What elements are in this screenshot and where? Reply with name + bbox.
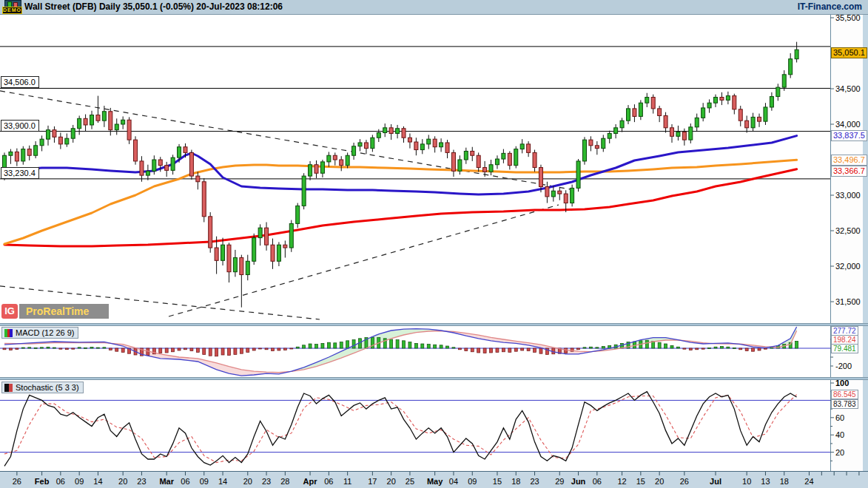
candle[interactable] — [221, 245, 225, 260]
trendline[interactable] — [0, 286, 320, 319]
candle[interactable] — [40, 139, 44, 146]
candle[interactable] — [146, 171, 149, 175]
sma-line[interactable] — [4, 136, 797, 194]
candle[interactable] — [602, 138, 605, 148]
candle[interactable] — [246, 261, 249, 274]
candle[interactable] — [764, 107, 767, 121]
candle[interactable] — [309, 165, 312, 176]
trendline[interactable] — [0, 91, 570, 189]
candle[interactable] — [582, 140, 586, 161]
candle[interactable] — [240, 257, 243, 274]
candle[interactable] — [707, 103, 711, 108]
candle[interactable] — [533, 152, 536, 167]
candle[interactable] — [283, 245, 287, 248]
candle[interactable] — [633, 109, 636, 117]
candle[interactable] — [302, 176, 306, 206]
candle[interactable] — [576, 161, 580, 188]
candle[interactable] — [489, 165, 493, 172]
stochastic-label-box[interactable]: Stochastic (5 3 3) — [1, 382, 84, 393]
candle[interactable] — [402, 129, 406, 138]
candle[interactable] — [782, 75, 786, 87]
candle[interactable] — [514, 149, 518, 166]
candle[interactable] — [90, 115, 94, 125]
candle[interactable] — [714, 98, 718, 104]
candle[interactable] — [502, 153, 505, 159]
candle[interactable] — [795, 50, 798, 58]
candle[interactable] — [789, 59, 793, 75]
candle[interactable] — [327, 155, 331, 162]
candle[interactable] — [396, 129, 400, 134]
candle[interactable] — [739, 109, 742, 121]
candle[interactable] — [377, 133, 380, 138]
candle[interactable] — [751, 117, 755, 127]
candle[interactable] — [34, 146, 38, 155]
candle[interactable] — [464, 151, 468, 160]
candle[interactable] — [21, 149, 25, 161]
candle[interactable] — [702, 108, 705, 118]
candle[interactable] — [627, 109, 630, 121]
candle[interactable] — [682, 132, 686, 140]
candle[interactable] — [71, 129, 75, 138]
candle[interactable] — [252, 238, 256, 262]
candle[interactable] — [258, 228, 262, 237]
candle[interactable] — [558, 191, 562, 194]
candle[interactable] — [676, 132, 680, 137]
candle[interactable] — [427, 139, 431, 144]
candle[interactable] — [178, 147, 181, 157]
candle[interactable] — [158, 160, 162, 166]
candle[interactable] — [277, 245, 280, 261]
candle[interactable] — [689, 127, 693, 140]
candle[interactable] — [733, 96, 736, 109]
candle[interactable] — [440, 143, 443, 147]
candle[interactable] — [233, 257, 237, 271]
candle[interactable] — [620, 121, 624, 128]
candle[interactable] — [564, 194, 568, 203]
candle[interactable] — [371, 138, 374, 148]
candle[interactable] — [776, 87, 780, 96]
candle[interactable] — [539, 168, 542, 187]
candle[interactable] — [189, 152, 193, 176]
candle[interactable] — [271, 245, 275, 261]
candle[interactable] — [614, 128, 618, 134]
candle[interactable] — [571, 188, 574, 203]
candle[interactable] — [171, 157, 175, 170]
candle[interactable] — [227, 245, 231, 271]
candle[interactable] — [15, 152, 18, 160]
candle[interactable] — [508, 153, 511, 165]
candle[interactable] — [65, 138, 69, 144]
candle[interactable] — [333, 155, 337, 160]
candle[interactable] — [53, 130, 56, 138]
candle[interactable] — [520, 144, 524, 149]
candle[interactable] — [215, 248, 218, 260]
candle[interactable] — [102, 112, 106, 121]
candle[interactable] — [658, 109, 662, 116]
candle[interactable] — [445, 143, 449, 152]
candle[interactable] — [96, 115, 100, 121]
candle[interactable] — [758, 117, 761, 121]
candle[interactable] — [695, 118, 699, 126]
candle[interactable] — [471, 151, 474, 155]
candle[interactable] — [383, 128, 387, 133]
candle[interactable] — [608, 133, 611, 138]
candle[interactable] — [78, 118, 81, 128]
candle[interactable] — [121, 120, 125, 124]
candle[interactable] — [127, 120, 131, 140]
candle[interactable] — [296, 206, 300, 223]
candle[interactable] — [389, 128, 393, 134]
candle[interactable] — [770, 97, 773, 107]
chart-canvas[interactable]: 35,50034,50034,00033,00032,50032,00031,5… — [0, 0, 868, 488]
candle[interactable] — [664, 115, 667, 127]
candle[interactable] — [477, 155, 480, 167]
candle[interactable] — [9, 152, 13, 155]
candle[interactable] — [265, 228, 269, 245]
candle[interactable] — [140, 161, 144, 175]
candle[interactable] — [320, 162, 324, 173]
candle[interactable] — [209, 217, 212, 248]
candle[interactable] — [745, 121, 749, 128]
candle[interactable] — [726, 96, 730, 101]
candle[interactable] — [364, 143, 368, 149]
candle[interactable] — [483, 168, 487, 172]
candle[interactable] — [451, 152, 455, 171]
candle[interactable] — [720, 98, 724, 101]
candle[interactable] — [595, 146, 599, 149]
